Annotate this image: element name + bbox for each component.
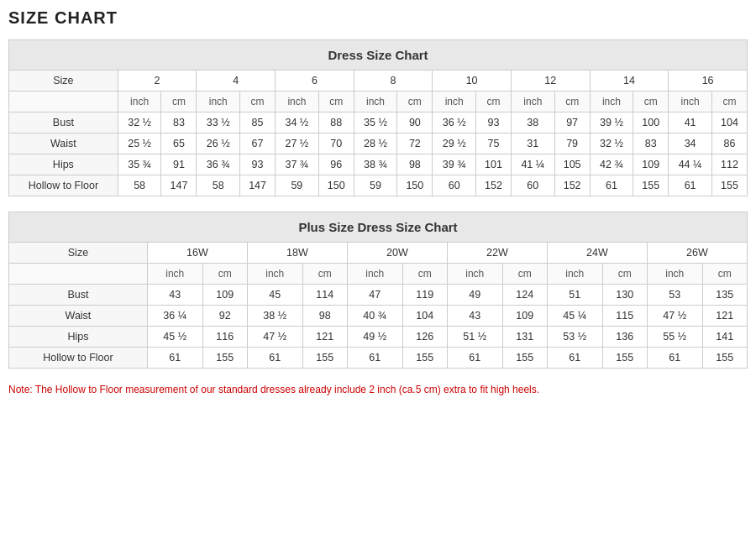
table-row: Bust431094511447119491245113053135 — [9, 285, 748, 306]
data-cell: 155 — [602, 348, 647, 369]
data-cell: 131 — [502, 327, 547, 348]
data-cell: 101 — [476, 154, 512, 175]
dress-chart-heading: Dress Size Chart — [9, 40, 748, 71]
data-cell: 38 — [511, 112, 554, 133]
data-cell: 49 — [447, 285, 502, 306]
data-cell: 97 — [554, 112, 590, 133]
data-cell: 116 — [202, 327, 247, 348]
data-cell: 150 — [397, 175, 433, 196]
unit-cell: inch — [511, 92, 554, 112]
size-header-cell: 14 — [590, 71, 669, 92]
data-cell: 91 — [161, 154, 197, 175]
data-cell: 42 ¾ — [590, 154, 633, 175]
unit-cell: cm — [711, 92, 747, 112]
unit-cell: cm — [633, 92, 669, 112]
data-cell: 53 — [647, 285, 702, 306]
size-label: Size — [9, 71, 118, 92]
data-cell: 40 ¾ — [347, 306, 402, 327]
data-cell: 45 — [247, 285, 302, 306]
data-cell: 61 — [347, 348, 402, 369]
data-cell: 58 — [118, 175, 161, 196]
data-cell: 109 — [633, 154, 669, 175]
data-cell: 27 ½ — [276, 133, 319, 154]
unit-cell: inch — [347, 264, 402, 285]
unit-cell: cm — [161, 92, 197, 112]
unit-cell: inch — [197, 92, 240, 112]
data-cell: 114 — [302, 285, 347, 306]
unit-empty-cell — [9, 264, 148, 285]
data-cell: 72 — [397, 133, 433, 154]
data-cell: 96 — [318, 154, 354, 175]
data-cell: 53 ½ — [547, 327, 602, 348]
table-row: Waist25 ½6526 ½6727 ½7028 ½7229 ½7531793… — [9, 133, 748, 154]
data-cell: 32 ½ — [118, 112, 161, 133]
data-cell: 47 — [347, 285, 402, 306]
size-header-cell: 22W — [447, 243, 547, 264]
dress-size-table: Dress Size Chart Size246810121416inchcmi… — [8, 39, 748, 196]
data-cell: 83 — [161, 112, 197, 133]
unit-cell: inch — [447, 264, 502, 285]
table-row: Hollow to Floor5814758147591505915060152… — [9, 175, 748, 196]
table-row: Waist36 ¼9238 ½9840 ¾1044310945 ¼11547 ½… — [9, 306, 748, 327]
data-cell: 32 ½ — [590, 133, 633, 154]
data-cell: 105 — [554, 154, 590, 175]
row-label: Hips — [9, 154, 118, 175]
data-cell: 109 — [502, 306, 547, 327]
size-header-cell: 4 — [197, 71, 276, 92]
row-label: Hollow to Floor — [9, 175, 118, 196]
size-header-cell: 16 — [669, 71, 748, 92]
data-cell: 155 — [402, 348, 447, 369]
data-cell: 121 — [302, 327, 347, 348]
unit-cell: inch — [147, 264, 202, 285]
row-label: Waist — [9, 306, 148, 327]
data-cell: 155 — [633, 175, 669, 196]
row-label: Hips — [9, 327, 148, 348]
data-cell: 104 — [402, 306, 447, 327]
data-cell: 39 ½ — [590, 112, 633, 133]
unit-cell: cm — [202, 264, 247, 285]
data-cell: 58 — [197, 175, 240, 196]
data-cell: 49 ½ — [347, 327, 402, 348]
size-header-cell: 2 — [118, 71, 197, 92]
size-header-cell: 26W — [647, 243, 747, 264]
data-cell: 98 — [302, 306, 347, 327]
data-cell: 85 — [240, 112, 276, 133]
data-cell: 60 — [433, 175, 476, 196]
note: Note: The Hollow to Floor measurement of… — [8, 384, 748, 395]
plus-chart-heading: Plus Size Dress Size Chart — [9, 212, 748, 243]
data-cell: 41 ¼ — [511, 154, 554, 175]
data-cell: 86 — [711, 133, 747, 154]
dress-size-chart-section: Dress Size Chart Size246810121416inchcmi… — [8, 39, 748, 196]
page-title: SIZE CHART — [8, 8, 748, 28]
unit-cell: inch — [118, 92, 161, 112]
data-cell: 83 — [633, 133, 669, 154]
data-cell: 33 ½ — [197, 112, 240, 133]
size-header-cell: 18W — [247, 243, 347, 264]
data-cell: 45 ¼ — [547, 306, 602, 327]
data-cell: 35 ¾ — [118, 154, 161, 175]
row-label: Bust — [9, 285, 148, 306]
data-cell: 130 — [602, 285, 647, 306]
data-cell: 155 — [202, 348, 247, 369]
unit-cell: inch — [590, 92, 633, 112]
plus-size-chart-section: Plus Size Dress Size Chart Size16W18W20W… — [8, 212, 748, 369]
data-cell: 61 — [547, 348, 602, 369]
data-cell: 28 ½ — [354, 133, 397, 154]
data-cell: 109 — [202, 285, 247, 306]
unit-cell: inch — [247, 264, 302, 285]
plus-size-table: Plus Size Dress Size Chart Size16W18W20W… — [8, 212, 748, 369]
data-cell: 152 — [476, 175, 512, 196]
data-cell: 93 — [476, 112, 512, 133]
data-cell: 155 — [711, 175, 747, 196]
size-header-cell: 10 — [433, 71, 512, 92]
data-cell: 38 ½ — [247, 306, 302, 327]
data-cell: 34 ½ — [276, 112, 319, 133]
data-cell: 59 — [276, 175, 319, 196]
data-cell: 121 — [702, 306, 747, 327]
data-cell: 44 ¼ — [669, 154, 712, 175]
data-cell: 100 — [633, 112, 669, 133]
data-cell: 34 — [669, 133, 712, 154]
unit-cell: cm — [240, 92, 276, 112]
data-cell: 51 ½ — [447, 327, 502, 348]
data-cell: 36 ¼ — [147, 306, 202, 327]
